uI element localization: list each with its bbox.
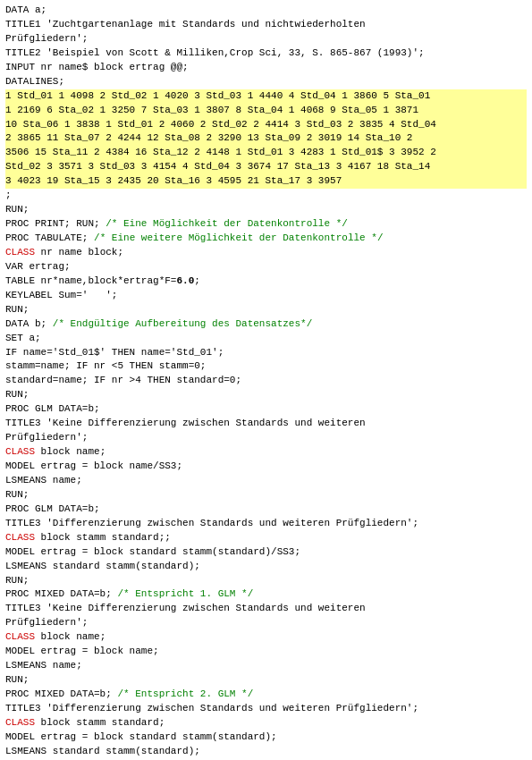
code-line-20: VAR ertrag; xyxy=(5,260,527,274)
code-line-52: CLASS block stamm standard; xyxy=(5,716,527,730)
code-line-24: DATA b; /* Endgültige Aufbereitung des D… xyxy=(5,317,527,332)
comment: /* Entspricht 1. GLM */ xyxy=(117,588,253,599)
code-line-34: MODEL ertrag = block name/SS3; xyxy=(5,460,527,474)
code-line-40: MODEL ertrag = block standard stamm(stan… xyxy=(5,545,527,560)
code-line-54: LSMEANS standard stamm(standard); xyxy=(5,745,527,759)
code-line-41: LSMEANS standard stamm(standard); xyxy=(5,560,527,574)
comment: /* Eine Möglichkeit der Datenkontrolle *… xyxy=(106,218,348,229)
class-keyword: CLASS xyxy=(5,247,35,258)
code-line-51: TITLE3 'Differenzierung zwischen Standar… xyxy=(5,702,527,716)
code-line-49: RUN; xyxy=(5,673,527,688)
code-line-19: CLASS nr name block; xyxy=(5,246,527,260)
code-line-27: stamm=name; IF nr <5 THEN stamm=0; xyxy=(5,359,527,374)
code-line-2: TITLE1 'Zuchtgartenanlage mit Standards … xyxy=(5,18,527,32)
code-line-28: standard=name; IF nr >4 THEN standard=0; xyxy=(5,374,527,388)
code-line-16: RUN; xyxy=(5,203,527,217)
code-line-17: PROC PRINT; RUN; /* Eine Möglichkeit der… xyxy=(5,217,527,232)
comment: /* Eine weitere Möglichkeit der Datenkon… xyxy=(94,232,383,243)
code-line-31: TITLE3 'Keine Differenzierung zwischen S… xyxy=(5,417,527,431)
code-line-3: Prüfgliedern'; xyxy=(5,32,527,46)
code-line-12: Std_02 3 3571 3 Std_03 3 4154 4 Std_04 3… xyxy=(5,160,527,174)
code-line-21: TABLE nr*name,block*ertrag*F=6.0; xyxy=(5,274,527,289)
code-line-25: SET a; xyxy=(5,332,527,346)
code-line-44: TITLE3 'Keine Differenzierung zwischen S… xyxy=(5,602,527,616)
code-line-8: 1 2169 6 Sta_02 1 3250 7 Sta_03 1 3807 8… xyxy=(5,104,527,118)
code-line-11: 3506 15 Sta_11 2 4384 16 Sta_12 2 4148 1… xyxy=(5,146,527,160)
code-line-5: INPUT nr name$ block ertrag @@; xyxy=(5,61,527,75)
code-line-13: 3 4023 19 Sta_15 3 2435 20 Sta_16 3 4595… xyxy=(5,174,527,189)
code-line-6: DATALINES; xyxy=(5,75,527,89)
code-line-39: CLASS block stamm standard;; xyxy=(5,531,527,545)
code-line-47: MODEL ertrag = block name; xyxy=(5,645,527,659)
comment: /* Entspricht 2. GLM */ xyxy=(117,688,253,699)
code-line-38: TITLE3 'Differenzierung zwischen Standar… xyxy=(5,517,527,531)
code-line-42: RUN; xyxy=(5,574,527,588)
code-line-35: LSMEANS name; xyxy=(5,474,527,488)
code-line-45: Prüfgliedern'; xyxy=(5,616,527,630)
code-line-1: DATA a; xyxy=(5,4,527,18)
code-line-18: PROC TABULATE; /* Eine weitere Möglichke… xyxy=(5,232,527,246)
code-line-32: Prüfgliedern'; xyxy=(5,431,527,445)
code-line-4: TITLE2 'Beispiel von Scott & Milliken,Cr… xyxy=(5,46,527,61)
code-line-30: PROC GLM DATA=b; xyxy=(5,402,527,417)
code-line-50: PROC MIXED DATA=b; /* Entspricht 2. GLM … xyxy=(5,688,527,702)
code-line-29: RUN; xyxy=(5,388,527,402)
code-line-43: PROC MIXED DATA=b; /* Entspricht 1. GLM … xyxy=(5,587,527,602)
class-keyword: CLASS xyxy=(5,532,35,543)
code-output: DATA a;TITLE1 'Zuchtgartenanlage mit Sta… xyxy=(5,4,527,760)
comment: /* Endgültige Aufbereitung des Datensatz… xyxy=(53,318,312,329)
class-keyword: CLASS xyxy=(5,631,35,642)
code-line-22: KEYLABEL Sum=' '; xyxy=(5,289,527,303)
code-line-10: 2 3865 11 Sta_07 2 4244 12 Sta_08 2 3290… xyxy=(5,131,527,146)
code-line-53: MODEL ertrag = block standard stamm(stan… xyxy=(5,730,527,745)
code-line-48: LSMEANS name; xyxy=(5,659,527,673)
bold-value: 6.0 xyxy=(176,275,194,286)
code-line-46: CLASS block name; xyxy=(5,630,527,645)
code-line-7: 1 Std_01 1 4098 2 Std_02 1 4020 3 Std_03… xyxy=(5,89,527,104)
class-keyword: CLASS xyxy=(5,446,35,457)
code-line-9: 10 Sta_06 1 3838 1 Std_01 2 4060 2 Std_0… xyxy=(5,118,527,132)
class-keyword: CLASS xyxy=(5,717,35,728)
code-line-37: PROC GLM DATA=b; xyxy=(5,502,527,517)
code-line-33: CLASS block name; xyxy=(5,445,527,460)
code-line-26: IF name='Std_01$' THEN name='Std_01'; xyxy=(5,346,527,360)
code-line-23: RUN; xyxy=(5,303,527,317)
code-line-36: RUN; xyxy=(5,488,527,502)
code-container: DATA a;TITLE1 'Zuchtgartenanlage mit Sta… xyxy=(0,0,532,760)
code-line-14: ; xyxy=(5,189,527,203)
